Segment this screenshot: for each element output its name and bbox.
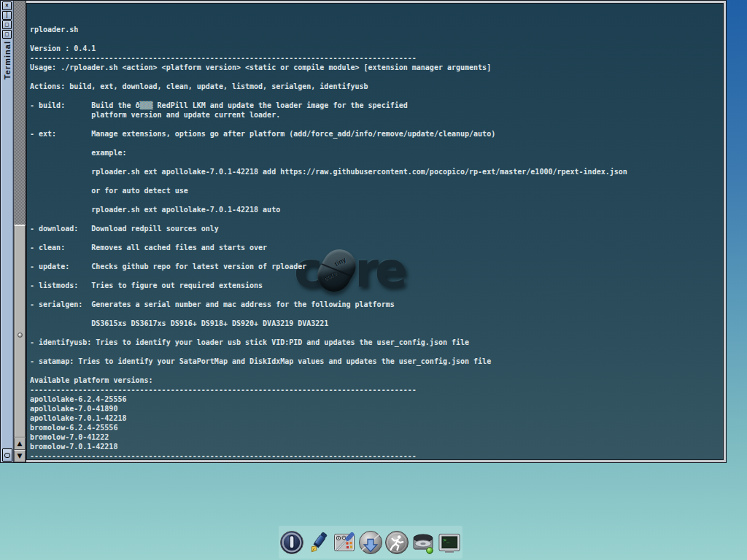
power-icon — [279, 530, 304, 555]
terminal-line: - ext: Manage extensions, options go aft… — [30, 129, 723, 139]
terminal-line — [30, 309, 723, 319]
dock-item-control-panel[interactable] — [332, 528, 357, 557]
terminal-line: example: — [30, 148, 723, 158]
terminal-line — [30, 34, 723, 44]
terminal-line — [30, 72, 723, 82]
dock-item-power[interactable] — [279, 528, 305, 557]
terminal-line: - clean: Removes all cached files and st… — [30, 243, 723, 252]
terminal-line: apollolake-7.0.1-42218 — [30, 413, 723, 423]
terminal-line — [30, 328, 723, 338]
scroll-up-button[interactable]: ▲ — [14, 438, 26, 450]
iconify-button[interactable]: □ — [2, 30, 12, 39]
terminal-output: rploader.shVersion : 0.4.1--------------… — [27, 4, 723, 460]
terminal-line: bromolow-6.2.4-25556 — [30, 423, 723, 432]
window-title: Terminal — [3, 41, 12, 79]
terminal-line: Usage: ./rploader.sh <action> <platform … — [30, 63, 723, 72]
scrollbar-knob-icon — [18, 332, 23, 338]
terminal-line: apollolake-6.2.4-25556 — [30, 394, 723, 404]
mount-tool-icon — [411, 530, 436, 555]
close-button[interactable]: × — [2, 1, 12, 10]
dock-item-mount-tool[interactable] — [411, 528, 436, 557]
svg-text:>_: >_ — [444, 537, 450, 543]
terminal-screen[interactable]: c tiny core re rploader.shVersion : 0.4.… — [26, 3, 724, 460]
terminal-line — [30, 271, 723, 281]
terminal-line: - serialgen: Generates a serial number a… — [30, 300, 723, 309]
terminal-line — [30, 290, 723, 300]
scroll-down-button[interactable]: ▼ — [14, 450, 26, 462]
terminal-line: Actions: build, ext, download, clean, up… — [30, 82, 723, 91]
maximize-button[interactable]: □ — [2, 20, 12, 29]
terminal-line: rploader.sh — [30, 25, 723, 34]
resize-corner-button[interactable] — [2, 448, 12, 462]
terminal-line: - satamap: Tries to identify your SataPo… — [30, 357, 723, 366]
terminal-line: Available platform versions: — [30, 376, 723, 385]
terminal-line: rploader.sh ext apollolake-7.0.1-42218 a… — [30, 205, 723, 214]
terminal-frame: c tiny core re rploader.shVersion : 0.4.… — [26, 1, 726, 462]
terminal-icon: >_ — [437, 530, 462, 555]
run-icon — [384, 530, 409, 555]
scrollbar-thumb[interactable] — [14, 225, 26, 438]
terminal-line — [30, 120, 723, 129]
terminal-line: DS3615xs DS3617xs DS916+ DS918+ DS920+ D… — [30, 319, 723, 328]
dock-bar: >_ — [279, 526, 462, 559]
terminal-line: - build: Build the ð▒▒▒ RedPill LKM and … — [30, 101, 723, 110]
terminal-line: bromolow-7.0.1-42218 — [30, 442, 723, 451]
dock-item-apps[interactable] — [358, 528, 384, 557]
terminal-line — [30, 233, 723, 243]
terminal-line: ----------------------------------------… — [30, 385, 723, 394]
resize-corner-icon — [4, 453, 10, 458]
dock-item-run[interactable] — [384, 528, 410, 557]
dock-item-terminal[interactable]: >_ — [437, 528, 462, 557]
terminal-line — [30, 366, 723, 376]
terminal-line: - update: Checks github repo for latest … — [30, 262, 723, 271]
terminal-line — [30, 214, 723, 224]
dock-item-editor[interactable] — [306, 528, 331, 557]
terminal-line: rploader.sh ext apollolake-7.0.1-42218 a… — [30, 167, 723, 176]
control-panel-icon — [332, 530, 357, 555]
shade-button[interactable]: | — [2, 11, 12, 20]
scrollbar-trough[interactable] — [14, 1, 26, 438]
terminal-line — [30, 252, 723, 262]
terminal-line — [30, 176, 723, 186]
pen-editor-icon — [306, 530, 330, 555]
desktop-wallpaper: × | □ □ Terminal ▲ ▼ c — [0, 0, 747, 560]
apps-download-icon — [358, 530, 383, 555]
terminal-line — [30, 158, 723, 167]
terminal-line — [30, 347, 723, 357]
terminal-line: platform version and update current load… — [30, 110, 723, 120]
terminal-line: ----------------------------------------… — [30, 451, 723, 460]
terminal-line — [30, 195, 723, 205]
terminal-line: bromolow-7.0-41222 — [30, 432, 723, 442]
terminal-line — [30, 91, 723, 101]
terminal-line: Version : 0.4.1 — [30, 44, 723, 53]
terminal-line: apollolake-7.0-41890 — [30, 404, 723, 413]
window-titlebar[interactable]: × | □ □ Terminal — [1, 1, 14, 462]
terminal-line: - listmods: Tries to figure out required… — [30, 281, 723, 290]
terminal-window: × | □ □ Terminal ▲ ▼ c — [0, 0, 727, 463]
terminal-line: - download: Download redpill sources onl… — [30, 224, 723, 233]
terminal-line: ----------------------------------------… — [30, 53, 723, 63]
scrollbar: ▲ ▼ — [14, 1, 26, 462]
terminal-line — [30, 139, 723, 148]
terminal-lines: rploader.shVersion : 0.4.1--------------… — [30, 25, 723, 460]
terminal-line: or for auto detect use — [30, 186, 723, 195]
terminal-line: - identifyusb: Tries to identify your lo… — [30, 338, 723, 347]
